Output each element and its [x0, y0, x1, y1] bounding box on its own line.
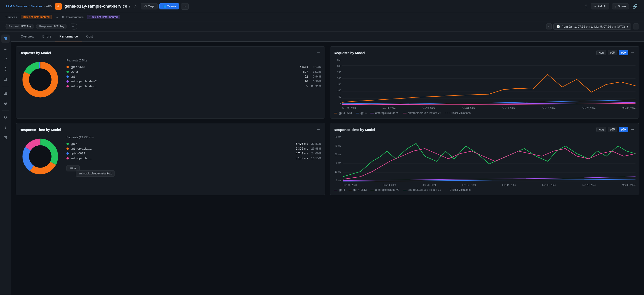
- chart3-legend: Requests (19.736 ms) gpt-4 6.476 ms 32.8…: [66, 136, 321, 171]
- chart3-menu-button[interactable]: ···: [316, 127, 321, 132]
- infra-badge[interactable]: 100% not instrumented: [87, 15, 120, 19]
- chart3-legend-dot-3: [66, 157, 69, 159]
- tab-overview[interactable]: Overview: [16, 32, 38, 42]
- sidebar-icon-refresh[interactable]: ↻: [2, 113, 10, 122]
- chart2-x-labels: Dec 31, 2023 Jan 14, 2024 Jan 28, 2024 F…: [342, 107, 636, 110]
- legend-dot-1: [66, 71, 69, 73]
- arrow-separator: →: [56, 16, 58, 19]
- chart2-p95-button[interactable]: p95: [608, 50, 617, 55]
- chart4-chart-area: 50 ms 40 ms 30 ms 20 ms 10 ms 0 ms: [334, 136, 636, 186]
- teams-button[interactable]: 👥 Teams: [160, 3, 179, 10]
- breadcrumb-sep2: -: [44, 5, 44, 8]
- add-filter-button[interactable]: +: [69, 23, 77, 30]
- topbar-left: APM & Services / Services - APM G genai-…: [6, 3, 188, 10]
- chart2-menu-button[interactable]: ···: [630, 50, 636, 55]
- chart2-legend-dashed: [444, 113, 448, 113]
- ask-ai-button[interactable]: ✦ Ask AI: [591, 3, 609, 10]
- chart4-p99-button[interactable]: p99: [619, 127, 628, 132]
- services-label: Services: [6, 16, 17, 19]
- sidebar-icon-home[interactable]: ⊞: [2, 35, 10, 43]
- request-label: Request: [8, 25, 19, 28]
- chart2-avg-button[interactable]: Avg: [596, 50, 606, 55]
- services-bar: Services 40% not instrumented → ⊞ Infras…: [0, 13, 644, 22]
- sidebar-icon-download[interactable]: ↓: [2, 123, 10, 132]
- chart1-legend-row-4: anthropic.claude-i... 5 0.091%: [66, 84, 321, 89]
- chart3-legend-dot-1: [66, 148, 69, 150]
- sidebar-icon-grid[interactable]: ⊡: [2, 133, 10, 142]
- topbar-tags: 🏷 Tags 👥 Teams ···: [141, 3, 188, 10]
- chart2-legend-line-1: [356, 113, 359, 113]
- chart4-legend-2: anthropic.claude-v2: [370, 188, 399, 191]
- sidebar-icon-database[interactable]: ⊞: [2, 89, 10, 97]
- chart2-controls: Avg p95 p99 ···: [596, 50, 636, 55]
- chart1-legend: Requests (5.5 k) gpt-4-0613 4.53 k 82.3%…: [66, 59, 321, 89]
- help-button[interactable]: ?: [584, 3, 588, 10]
- link-button[interactable]: 🔗: [632, 3, 638, 10]
- legend-dot-0: [66, 66, 69, 68]
- filter-pills: Request LIKE Any Response LIKE Any +: [6, 23, 77, 30]
- donut-svg-3: [20, 136, 61, 177]
- chart3-controls: ···: [316, 127, 321, 132]
- tab-performance[interactable]: Performance: [55, 32, 82, 42]
- donut-svg-1: [20, 59, 61, 100]
- chart4-legend: gpt-4 gpt-4-0613 anthropic.claude-v2: [334, 188, 636, 191]
- chart1-legend-row-2: gpt-4 52 0.94%: [66, 74, 321, 79]
- chart2-legend-2: anthropic.claude-v2: [370, 111, 399, 115]
- chart4-y-labels: 50 ms 40 ms 30 ms 20 ms 10 ms 0 ms: [334, 136, 342, 182]
- response-filter-pill[interactable]: Response LIKE Any: [36, 24, 67, 29]
- clock-icon: 🕐: [556, 25, 560, 28]
- time-prev-button[interactable]: ‹: [546, 24, 552, 30]
- response-like-label: LIKE: [52, 25, 58, 28]
- time-next-button[interactable]: ›: [633, 24, 638, 30]
- chart4-avg-button[interactable]: Avg: [596, 127, 606, 132]
- chart4-legend-dashed: [444, 190, 448, 190]
- sidebar-icon-filter[interactable]: ≡: [2, 45, 10, 53]
- services-badge-1[interactable]: 40% not instrumented: [21, 15, 52, 19]
- chart1-donut: [20, 59, 61, 100]
- chart1-legend-row-3: anthropic.claude-v2 20 0.36%: [66, 79, 321, 84]
- hide-button[interactable]: Hide: [66, 165, 80, 171]
- chart3-legend-row-1: anthropic.clau... 5.325 ms 26.98%: [66, 146, 321, 151]
- infrastructure-label: ⊞ Infrastructure: [62, 16, 84, 19]
- chart4-menu-button[interactable]: ···: [630, 127, 636, 132]
- request-like-label: LIKE: [20, 25, 26, 28]
- service-logo: G: [55, 3, 62, 10]
- tab-cost[interactable]: Cost: [82, 32, 97, 42]
- share-icon: ↑: [615, 5, 617, 8]
- topbar-right: ? ✦ Ask AI ↑ Share 🔗: [584, 3, 638, 10]
- chart4-legend-0: gpt-4: [334, 188, 345, 191]
- chart4-legend-line-1: [348, 190, 352, 190]
- chart1-body: Requests (5.5 k) gpt-4-0613 4.53 k 82.3%…: [20, 59, 321, 100]
- chart-response-line: Response Time by Model Avg p95 p99 ··· 5…: [330, 123, 640, 195]
- chart3-legend-dot-2: [66, 152, 69, 155]
- sidebar-icon-list[interactable]: ⬡: [2, 65, 10, 73]
- sidebar-icon-chart[interactable]: ↗: [2, 55, 10, 63]
- chart4-p95-button[interactable]: p95: [608, 127, 617, 132]
- tab-errors[interactable]: Errors: [38, 32, 55, 42]
- chart1-menu-button[interactable]: ···: [316, 50, 321, 55]
- chart1-legend-title: Requests (5.5 k): [66, 59, 321, 62]
- chart4-legend-4: Critical Violations: [444, 188, 470, 191]
- request-filter-pill[interactable]: Request LIKE Any: [6, 24, 34, 29]
- breadcrumb-services[interactable]: Services: [31, 5, 42, 8]
- sidebar-separator: [2, 86, 9, 86]
- breadcrumb-apm: APM: [46, 5, 52, 8]
- chart3-legend-row-2: gpt-4-0613 4.748 ms 24.06%: [66, 151, 321, 156]
- chart4-legend-line-0: [334, 190, 338, 190]
- service-name: genai-o11y-sample-chat-service ▾: [64, 4, 130, 9]
- breadcrumb-apm-services[interactable]: APM & Services: [6, 5, 27, 8]
- share-button[interactable]: ↑ Share: [612, 3, 629, 10]
- tabs-bar: Overview Errors Performance Cost: [11, 32, 644, 42]
- chart3-body: Requests (19.736 ms) gpt-4 6.476 ms 32.8…: [20, 136, 321, 177]
- tags-button[interactable]: 🏷 Tags: [141, 3, 157, 10]
- time-display[interactable]: 🕐 from Jan 1, 07:55 pm to Mar 5, 07:56 p…: [554, 24, 632, 30]
- chart2-p99-button[interactable]: p99: [619, 50, 628, 55]
- sidebar-icon-table[interactable]: ⊟: [2, 75, 10, 83]
- more-button[interactable]: ···: [181, 3, 189, 10]
- chart3-legend-row-3: anthropic.clau... 3.187 ms 16.15%: [66, 156, 321, 161]
- service-chevron-icon[interactable]: ▾: [128, 5, 130, 8]
- favorite-button[interactable]: ☆: [133, 3, 138, 10]
- sidebar-icon-settings[interactable]: ⚙: [2, 99, 10, 107]
- response-any-label: Any: [59, 25, 64, 28]
- chart1-title: Requests by Model: [20, 51, 51, 55]
